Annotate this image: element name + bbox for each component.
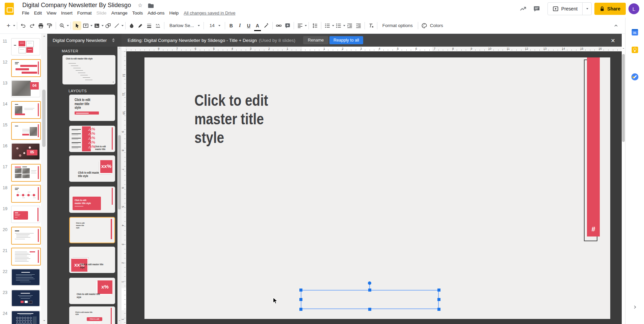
canvas-scroll-thumb[interactable] [622, 54, 625, 142]
colors-button[interactable]: Colors [429, 23, 445, 28]
slide-thumbnail-21[interactable] [11, 248, 41, 266]
palette-icon[interactable] [420, 21, 429, 30]
move-folder-icon[interactable] [148, 3, 154, 8]
numbered-list-caret-icon[interactable] [332, 25, 334, 26]
avatar[interactable]: L [628, 3, 639, 14]
increase-indent-icon[interactable] [354, 21, 363, 30]
menu-add-ons[interactable]: Add-ons [145, 9, 167, 17]
slides-logo-icon[interactable] [5, 3, 14, 15]
menu-edit[interactable]: Edit [32, 9, 44, 17]
menu-view[interactable]: View [44, 9, 59, 17]
align-icon[interactable] [296, 21, 304, 30]
slide-thumbnail-18[interactable] [11, 185, 41, 203]
decrease-indent-icon[interactable] [345, 21, 354, 30]
selection-handle[interactable] [299, 298, 302, 301]
numbered-list-icon[interactable] [323, 21, 332, 30]
layout-thumbnail-x-top-right[interactable]: x%Click to edit master title style [69, 278, 115, 304]
new-slide-button[interactable]: + [4, 21, 13, 30]
panel-scroll-thumb[interactable] [118, 135, 121, 209]
print-icon[interactable] [36, 21, 45, 30]
slide-thumbnail-15[interactable] [11, 122, 41, 140]
scroll-up-icon[interactable]: ⌃ [41, 35, 47, 40]
selected-text-box[interactable] [301, 290, 439, 309]
underline-button[interactable]: U [244, 21, 253, 30]
menu-format[interactable]: Format [75, 9, 94, 17]
layout-thumbnail-xx-right[interactable]: Click to edit master title stylexx% [69, 155, 115, 182]
text-box-icon[interactable] [81, 21, 90, 30]
text-color-button[interactable]: A [253, 21, 262, 30]
scroll-down-icon[interactable]: ⌄ [41, 318, 47, 322]
clear-formatting-icon[interactable] [367, 21, 375, 30]
present-dropdown[interactable] [582, 3, 591, 15]
document-title[interactable]: Digital Company Newsletter By Slidesgo [22, 2, 131, 9]
paint-format-icon[interactable] [45, 21, 54, 30]
scroll-down-icon[interactable]: ⌄ [117, 318, 122, 322]
border-dash-icon[interactable] [154, 21, 162, 30]
filmstrip-scroll-thumb[interactable] [42, 90, 46, 147]
reapply-to-all-button[interactable]: Reapply to all [329, 36, 363, 44]
selection-handle[interactable] [299, 308, 302, 311]
menu-insert[interactable]: Insert [59, 9, 75, 17]
selection-handle[interactable] [368, 289, 371, 292]
theme-picker[interactable]: Digital Company Newsletter [47, 34, 122, 47]
menu-file[interactable]: File [20, 9, 32, 17]
selection-handle[interactable] [437, 289, 440, 292]
slide-thumbnail-17[interactable] [11, 164, 41, 182]
master-title-placeholder[interactable]: Click to edit master title style [194, 91, 280, 147]
slide-thumbnail-22[interactable] [11, 269, 40, 286]
line-spacing-icon[interactable] [311, 21, 319, 30]
red-design-bar[interactable]: # [587, 57, 600, 236]
highlight-color-icon[interactable] [262, 21, 271, 30]
present-button[interactable]: Present [548, 6, 582, 12]
rename-button[interactable]: Rename [303, 36, 328, 44]
panel-scrollbar[interactable]: ⌃ ⌄ [117, 47, 122, 324]
layout-thumbnail-title-design-selected[interactable]: Click to edit master title style [69, 217, 115, 243]
slide-thumbnail-13[interactable]: 04 [11, 80, 40, 97]
filmstrip-scrollbar[interactable]: ⌃ ⌄ [41, 34, 47, 324]
bold-button[interactable]: B [227, 21, 236, 30]
insert-line-icon[interactable] [112, 21, 121, 30]
undo-icon[interactable] [19, 21, 28, 30]
calendar-icon[interactable]: 31 [632, 29, 638, 35]
close-icon[interactable]: ✕ [609, 36, 617, 45]
insert-line-caret-icon[interactable] [122, 25, 124, 26]
zoom-caret-icon[interactable] [67, 25, 69, 26]
redo-icon[interactable] [28, 21, 36, 30]
saved-status[interactable]: All changes saved in Drive [184, 10, 235, 16]
rotation-handle[interactable] [368, 281, 371, 285]
font-family-select[interactable]: Barlow Se... [166, 23, 202, 28]
activity-dashboard-icon[interactable] [516, 2, 530, 16]
slide-thumbnail-14[interactable] [11, 101, 41, 119]
insert-link-icon[interactable] [274, 21, 283, 30]
insert-shape-icon[interactable] [104, 21, 112, 30]
menu-tools[interactable]: Tools [130, 9, 145, 17]
hide-menus-icon[interactable] [612, 21, 620, 30]
selection-handle[interactable] [368, 308, 371, 311]
font-size-select[interactable]: 14 [206, 23, 223, 28]
selection-handle[interactable] [437, 298, 440, 301]
comments-icon[interactable] [530, 2, 543, 16]
master-thumbnail[interactable]: Click to edit master title style# [62, 55, 115, 84]
slide-thumbnail-19[interactable] [11, 206, 40, 223]
slide-thumbnail-24[interactable] [11, 310, 40, 324]
slide-thumbnail-20[interactable] [11, 227, 41, 245]
share-button[interactable]: Share [594, 3, 626, 15]
scroll-up-icon[interactable]: ⌃ [117, 47, 122, 51]
format-options-button[interactable]: Format options [379, 23, 416, 28]
align-caret-icon[interactable] [305, 25, 307, 26]
layout-thumbnail-title-redline[interactable]: Click to edit master title style [69, 95, 115, 121]
menu-arrange[interactable]: Arrange [109, 9, 130, 17]
select-tool-icon[interactable] [73, 21, 81, 30]
italic-button[interactable]: I [236, 21, 244, 30]
selection-handle[interactable] [437, 308, 440, 311]
canvas-scrollbar[interactable]: ⌃ [622, 47, 625, 324]
insert-image-icon[interactable] [92, 21, 101, 30]
layout-thumbnail-xx-left[interactable]: xx%Click to edit master title style [69, 247, 115, 273]
side-panel-expand-icon[interactable] [633, 305, 637, 311]
bulleted-list-caret-icon[interactable] [343, 25, 345, 26]
border-color-icon[interactable] [136, 21, 145, 30]
layout-thumbnail-title-redbox[interactable]: Click to edit master title styleClick to… [69, 306, 115, 324]
tasks-icon[interactable] [631, 73, 638, 80]
slide-thumbnail-11[interactable] [11, 38, 40, 55]
zoom-icon[interactable] [58, 21, 66, 30]
